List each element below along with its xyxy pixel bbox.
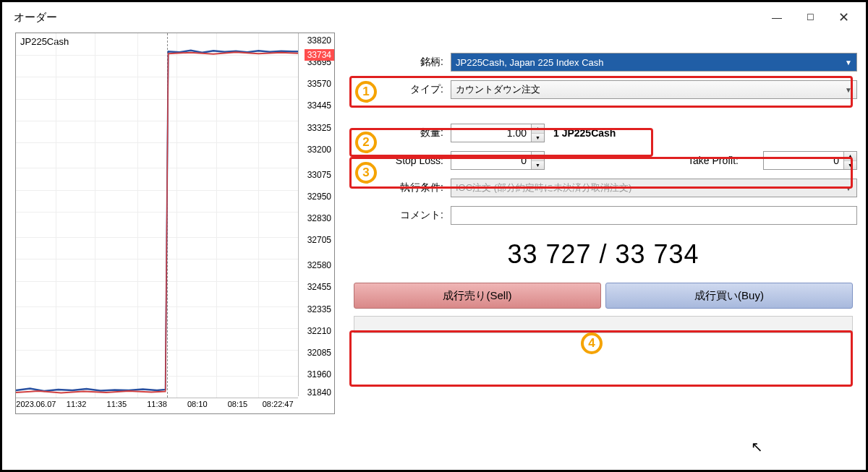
chevron-down-icon: ▼ (845, 184, 852, 192)
row-comment: コメント: (349, 206, 857, 225)
tp-down-icon[interactable]: ▼ (844, 161, 856, 170)
quantity-input[interactable] (451, 124, 531, 142)
y-axis: 33820 33695 33570 33445 33325 33200 3307… (298, 33, 334, 396)
sell-button-label: 成行売り(Sell) (443, 289, 511, 303)
exec-value: IOC注文 (部分約定時に未決済分取消注文) (456, 181, 631, 194)
type-select[interactable]: カウントダウン注文 ▼ (451, 80, 857, 99)
symbol-label: 銘柄: (349, 56, 451, 69)
order-window: オーダー ― ☐ ✕ JP225Cash (0, 0, 868, 472)
row-exec: 執行条件: IOC注文 (部分約定時に未決済分取消注文) ▼ (349, 179, 857, 197)
form-pane: 銘柄: JP225Cash, Japan 225 Index Cash ▼ タイ… (349, 33, 857, 461)
quantity-suffix: 1 JP225Cash (553, 127, 616, 139)
x-axis: 2023.06.07 11:32 11:35 11:38 08:10 08:15… (16, 398, 298, 413)
sl-down-icon[interactable]: ▼ (532, 161, 544, 170)
bid-ask-display: 33 727 / 33 734 (349, 239, 857, 270)
symbol-select[interactable]: JP225Cash, Japan 225 Index Cash ▼ (451, 53, 857, 72)
current-price-marker: 33734 (305, 49, 334, 61)
symbol-value: JP225Cash, Japan 225 Index Cash (456, 57, 604, 68)
exec-select: IOC注文 (部分約定時に未決済分取消注文) ▼ (451, 179, 857, 197)
sl-up-icon[interactable]: ▲ (532, 152, 544, 161)
quantity-stepper[interactable]: ▲▼ (451, 124, 545, 142)
titlebar: オーダー ― ☐ ✕ (2, 2, 866, 33)
window-title: オーダー (14, 11, 760, 25)
annotation-badge-3: 3 (355, 162, 377, 184)
plot-area (16, 33, 298, 398)
row-type: タイプ: カウントダウン注文 ▼ (349, 80, 857, 99)
buy-button[interactable]: 成行買い(Buy) (605, 283, 853, 309)
close-button[interactable]: ✕ (827, 6, 860, 29)
type-value: カウントダウン注文 (456, 83, 540, 96)
row-sltp: Stop Loss: ▲▼ Take Profit: ▲▼ (349, 151, 857, 170)
annotation-badge-4: 4 (581, 332, 603, 354)
buy-button-label: 成行買い(Buy) (694, 289, 764, 303)
status-bar (354, 316, 853, 333)
maximize-button[interactable]: ☐ (793, 6, 827, 29)
row-quantity: 数量: ▲▼ 1 JP225Cash (349, 124, 857, 142)
takeprofit-stepper[interactable]: ▲▼ (763, 151, 857, 170)
chevron-down-icon: ▼ (845, 59, 852, 66)
comment-input[interactable] (451, 206, 857, 225)
annotation-badge-2: 2 (355, 132, 377, 153)
stoploss-input[interactable] (451, 152, 531, 169)
qty-down-icon[interactable]: ▼ (532, 134, 544, 142)
cursor-icon: ↖ (751, 438, 763, 455)
content: JP225Cash (2, 33, 866, 470)
button-row: 成行売り(Sell) 成行買い(Buy) (349, 283, 857, 309)
sell-button[interactable]: 成行売り(Sell) (354, 283, 601, 309)
minimize-button[interactable]: ― (760, 6, 793, 29)
stoploss-stepper[interactable]: ▲▼ (451, 151, 545, 170)
qty-up-icon[interactable]: ▲ (532, 124, 544, 134)
row-symbol: 銘柄: JP225Cash, Japan 225 Index Cash ▼ (349, 53, 857, 72)
price-chart: JP225Cash (15, 33, 335, 414)
tp-label: Take Profit: (688, 155, 746, 166)
chevron-down-icon: ▼ (845, 86, 852, 94)
tp-up-icon[interactable]: ▲ (844, 152, 856, 161)
comment-label: コメント: (349, 209, 451, 222)
chart-pane: JP225Cash (2, 33, 335, 461)
takeprofit-input[interactable] (764, 152, 843, 169)
annotation-badge-1: 1 (355, 81, 377, 103)
